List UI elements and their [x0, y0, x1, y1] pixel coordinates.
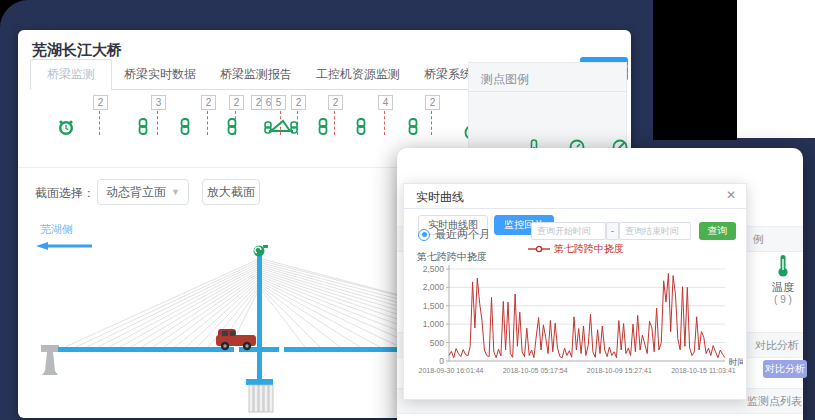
chart-plot-area: 05001,0001,5002,0002,5002018-09-30 16:01… — [409, 261, 743, 393]
section-select-value: 动态背立面 — [106, 184, 166, 201]
legend-panel-title: 测点图例 — [481, 71, 529, 88]
radio-selected[interactable] — [418, 229, 430, 241]
query-button[interactable]: 查询 — [699, 222, 736, 240]
sensor-count-badge: 2 — [229, 95, 244, 110]
svg-text:2018-09-30 16:01:44: 2018-09-30 16:01:44 — [419, 367, 484, 374]
link-sensor-icon[interactable] — [179, 118, 191, 139]
temperature-count: ( 9 ) — [768, 294, 798, 305]
query-end-input[interactable] — [619, 222, 691, 240]
drop-line — [99, 111, 100, 135]
svg-text:2018-10-15 11:03:41: 2018-10-15 11:03:41 — [671, 367, 736, 374]
thermometer-icon[interactable] — [771, 254, 795, 282]
section-select-label: 截面选择： — [35, 185, 95, 202]
white-panel — [737, 0, 815, 138]
link-sensor-icon[interactable] — [137, 118, 149, 139]
sensor-count-badge: 2 — [291, 95, 306, 110]
left-abutment — [41, 345, 59, 375]
drop-line — [334, 111, 335, 135]
tower-pier — [246, 352, 273, 412]
date-range-radio-row: 最近两个月 — [418, 227, 490, 242]
place-label: 芜湖侧 — [40, 222, 73, 237]
svg-text:1,000: 1,000 — [423, 319, 445, 329]
radio-label: 最近两个月 — [435, 227, 490, 242]
svg-text:2018-10-05 05:17:54: 2018-10-05 05:17:54 — [503, 367, 568, 374]
modal-title: 实时曲线 — [416, 189, 464, 206]
sensor-count-badge: 4 — [378, 95, 393, 110]
chevron-down-icon: ▼ — [171, 187, 180, 197]
realtime-curve-modal: 实时曲线 ✕ 实时曲线图监控回放 最近两个月 - 查询 第七跨跨中挠度 第七跨跨… — [403, 183, 747, 400]
svg-text:时间: 时间 — [729, 357, 743, 367]
clock-sensor-icon — [57, 118, 75, 140]
drop-line — [157, 111, 158, 135]
sensor-count-badge: 5 — [271, 95, 286, 110]
link-sensor-icon[interactable] — [317, 118, 329, 139]
link-sensor-icon[interactable] — [226, 118, 238, 139]
svg-text:0: 0 — [439, 356, 444, 366]
sensor-count-badge: 3 — [151, 95, 166, 110]
temperature-label: 温度 — [768, 280, 798, 295]
enlarge-section-button[interactable]: 放大截面 — [202, 179, 260, 205]
sensor-count-badge: 2 — [425, 95, 440, 110]
car — [216, 329, 256, 350]
query-start-input[interactable] — [531, 222, 606, 240]
link-sensor-icon[interactable] — [407, 118, 419, 139]
sensor-count-badge: 2 — [201, 95, 216, 110]
svg-text:2,500: 2,500 — [423, 264, 445, 274]
link-sensor-icon[interactable] — [355, 118, 367, 139]
modal-header: 实时曲线 ✕ — [404, 184, 746, 209]
drop-line — [207, 111, 208, 135]
svg-text:2018-10-09 15:27:41: 2018-10-09 15:27:41 — [587, 367, 652, 374]
svg-text:2,000: 2,000 — [423, 282, 445, 292]
sensor-count-badge: 2 — [93, 95, 108, 110]
screenshot-stage: 芜湖长江大桥 桥梁监测桥梁实时数据桥梁监测报告工控机资源监测桥梁系统报警 视频监… — [0, 0, 815, 420]
drop-line — [384, 111, 385, 135]
legend-header-fragment: 例 — [753, 232, 764, 247]
section-select[interactable]: 动态背立面 ▼ — [97, 179, 189, 205]
black-panel — [653, 0, 737, 140]
compare-analysis-button[interactable]: 对比分析 — [763, 360, 807, 378]
drop-line — [431, 111, 432, 135]
legend-panel-divider — [469, 91, 626, 92]
bridge-sensor-icon[interactable] — [263, 117, 299, 139]
close-icon[interactable]: ✕ — [726, 188, 736, 202]
tower-top-sensor-icon[interactable] — [254, 245, 269, 257]
svg-text:1,500: 1,500 — [423, 301, 445, 311]
point-list-header-text: 监测点列表 — [747, 394, 802, 409]
sensor-count-badge: 2 — [328, 95, 343, 110]
date-separator: - — [606, 222, 619, 240]
svg-text:500: 500 — [430, 338, 444, 348]
deflection-chart: 第七跨跨中挠度 05001,0001,5002,0002,5002018-09-… — [409, 250, 743, 396]
compare-header-text: 对比分析 — [755, 338, 799, 353]
